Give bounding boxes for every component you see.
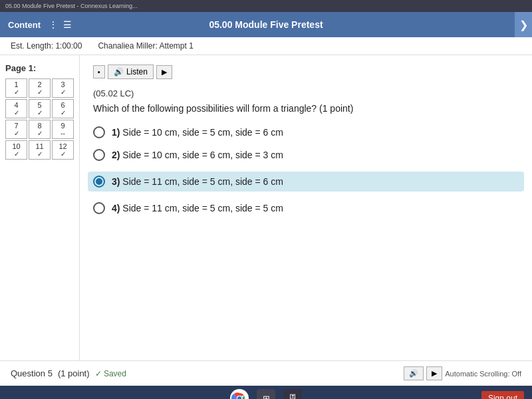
question-status: Question 5 (1 point) ✓ Saved: [11, 368, 126, 378]
auto-scroll-label: Automatic Scrolling: Off: [445, 370, 521, 378]
q-cell-11[interactable]: 11 ✓: [29, 140, 51, 160]
question-code: (05.02 LC): [93, 88, 519, 98]
back-button[interactable]: ❯: [515, 12, 532, 37]
play-scroll-btn[interactable]: ▶: [426, 366, 442, 380]
sign-out-button[interactable]: Sign out: [481, 391, 524, 399]
question-grid: 1 ✓ 2 ✓ 3 ✓ 4 ✓ 5 ✓: [5, 78, 74, 160]
header: Content ⋮ ☰ 05.00 Module Five Pretest ❯: [0, 12, 532, 37]
browser-bar-text: 05.00 Module Five Pretest - Connexus Lea…: [5, 3, 138, 9]
bottom-bar: Question 5 (1 point) ✓ Saved 🔊 ▶ Automat…: [0, 360, 532, 386]
taskbar-icons: ⊞ 🗄: [230, 389, 302, 399]
page-title: 05.00 Module Five Pretest: [209, 19, 323, 30]
option-text-4: 4) Side = 11 cm, side = 5 cm, side = 5 c…: [112, 203, 283, 213]
radio-2[interactable]: [93, 149, 105, 161]
scroll-controls: 🔊 ▶ Automatic Scrolling: Off: [404, 366, 521, 380]
chrome-icon[interactable]: [230, 389, 249, 399]
q-cell-10[interactable]: 10 ✓: [5, 140, 27, 160]
option-row-1[interactable]: 1) Side = 10 cm, side = 5 cm, side = 6 c…: [93, 126, 519, 138]
sub-header: Est. Length: 1:00:00 Chanaliea Miller: A…: [0, 37, 532, 55]
q-cell-8[interactable]: 8 ✓: [29, 120, 51, 139]
page-label: Page 1:: [5, 63, 74, 73]
q-cell-1[interactable]: 1 ✓: [5, 78, 27, 98]
audio-scroll-btn[interactable]: 🔊: [404, 366, 424, 380]
taskbar-icon-2[interactable]: ⊞: [257, 389, 275, 399]
saved-label: ✓ Saved: [95, 369, 126, 378]
question-area: ▪ 🔊 Listen ▶ (05.02 LC) Which of the fol…: [80, 55, 532, 360]
option-row-3[interactable]: 3) Side = 11 cm, side = 5 cm, side = 6 c…: [88, 172, 524, 192]
q-cell-2[interactable]: 2 ✓: [29, 78, 51, 98]
taskbar: ⊞ 🗄 Sign out: [0, 386, 532, 399]
radio-1[interactable]: [93, 126, 105, 138]
main-content: Page 1: 1 ✓ 2 ✓ 3 ✓ 4 ✓: [0, 55, 532, 360]
header-icons: ⋮ ☰: [49, 19, 72, 30]
dots-icon[interactable]: ⋮: [49, 19, 58, 30]
option-text-3: 3) Side = 11 cm, side = 5 cm, side = 6 c…: [112, 176, 283, 187]
option-text-2: 2) Side = 10 cm, side = 6 cm, side = 3 c…: [112, 150, 283, 160]
q-cell-12[interactable]: 12 ✓: [52, 140, 74, 160]
q-cell-6[interactable]: 6 ✓: [52, 99, 74, 118]
q-cell-7[interactable]: 7 ✓: [5, 120, 27, 139]
option-row-2[interactable]: 2) Side = 10 cm, side = 6 cm, side = 3 c…: [93, 149, 519, 161]
listen-button[interactable]: 🔊 Listen: [108, 65, 154, 79]
question-text: Which of the following possibilities wil…: [93, 102, 519, 116]
menu-icon[interactable]: ☰: [63, 19, 72, 30]
option-text-1: 1) Side = 10 cm, side = 5 cm, side = 6 c…: [112, 127, 283, 138]
q-cell-9[interactable]: 9 --: [52, 120, 74, 139]
sidebar: Page 1: 1 ✓ 2 ✓ 3 ✓ 4 ✓: [0, 55, 80, 360]
play-icon: ▶: [162, 68, 167, 76]
attempt-label: Chanaliea Miller: Attempt 1: [98, 41, 193, 51]
q-cell-3[interactable]: 3 ✓: [52, 78, 74, 98]
play-button[interactable]: ▶: [156, 65, 172, 79]
speaker-icon: 🔊: [114, 67, 124, 76]
question-number: Question 5: [11, 368, 53, 378]
q-cell-4[interactable]: 4 ✓: [5, 99, 27, 118]
option-row-4[interactable]: 4) Side = 11 cm, side = 5 cm, side = 5 c…: [93, 202, 519, 214]
q-cell-5[interactable]: 5 ✓: [29, 99, 51, 118]
listen-bar: ▪ 🔊 Listen ▶: [93, 65, 519, 79]
radio-3[interactable]: [93, 176, 105, 188]
content-label: Content: [8, 20, 41, 30]
screen-icon[interactable]: ▪: [93, 65, 105, 78]
est-length: Est. Length: 1:00:00: [11, 41, 82, 51]
app-container: Content ⋮ ☰ 05.00 Module Five Pretest ❯ …: [0, 12, 532, 386]
taskbar-icon-3[interactable]: 🗄: [283, 389, 302, 399]
browser-bar: 05.00 Module Five Pretest - Connexus Lea…: [0, 0, 532, 12]
points-label: (1 point): [58, 368, 90, 378]
radio-4[interactable]: [93, 202, 105, 214]
